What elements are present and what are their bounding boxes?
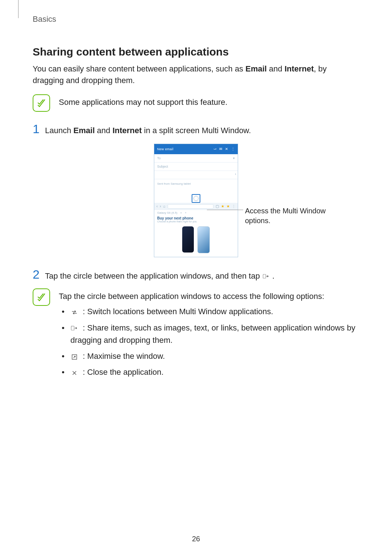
- option-text: : Close the application.: [81, 368, 164, 377]
- figure: New email ⤻ ✉ ✕ ⋮ To ▾ Subject ‹ Sent fr…: [33, 144, 359, 257]
- option-text: : Share items, such as images, text, or …: [70, 323, 355, 345]
- chevron-down-icon: ▾: [233, 156, 235, 160]
- app-email: Email: [73, 126, 95, 135]
- text: and: [95, 126, 113, 135]
- close-icon: ✕: [225, 147, 228, 151]
- email-body: ‹: [154, 171, 238, 179]
- section-heading: Sharing content between applications: [33, 46, 359, 58]
- email-titlebar: New email ⤻ ✉ ✕ ⋮: [154, 144, 238, 154]
- text: .: [272, 271, 274, 280]
- app-internet: Internet: [113, 126, 142, 135]
- note-block: Some applications may not support this f…: [33, 94, 359, 112]
- url-field: [168, 204, 213, 209]
- callout-leader: [207, 210, 243, 210]
- forward-icon: ›: [160, 204, 161, 208]
- new-tab-icon: +: [185, 211, 187, 214]
- callout-text: Access the Multi Window options.: [245, 206, 339, 226]
- info-body: Tap the circle between application windo…: [59, 288, 359, 382]
- intro-paragraph: You can easily share content between app…: [33, 63, 359, 86]
- subject-field: Subject: [154, 163, 238, 171]
- step-text: Tap the circle between the application w…: [45, 268, 359, 282]
- subject-label: Subject: [157, 165, 168, 168]
- product-images: [154, 224, 238, 257]
- multiwindow-divider: [154, 194, 238, 203]
- manual-page: Basics Sharing content between applicati…: [0, 0, 392, 554]
- step-1: 1 Launch Email and Internet in a split s…: [33, 123, 359, 136]
- star-icon: ★: [226, 204, 230, 208]
- tab-label: Galaxy S6 (4.5): [157, 211, 177, 214]
- app-email: Email: [245, 64, 267, 73]
- breadcrumb: Basics: [33, 15, 359, 24]
- text: in a split screen Multi Window.: [142, 126, 251, 135]
- drag-share-icon: [70, 325, 78, 332]
- info-block: Tap the circle between application windo…: [33, 288, 359, 382]
- note-icon: [33, 94, 50, 112]
- star-icon: ★: [221, 204, 224, 208]
- tabs-icon: ▢: [216, 204, 219, 208]
- tab-close-icon: ×: [180, 211, 182, 214]
- text: Launch: [45, 126, 73, 135]
- drag-share-icon: [262, 274, 270, 280]
- email-titlebar-icons: ⤻ ✉ ✕ ⋮: [213, 147, 235, 151]
- close-icon: [70, 370, 78, 376]
- note-text: Some applications may not support this f…: [59, 94, 359, 108]
- split-screen-mock: New email ⤻ ✉ ✕ ⋮ To ▾ Subject ‹ Sent fr…: [154, 144, 238, 257]
- step-text: Launch Email and Internet in a split scr…: [45, 123, 359, 136]
- send-icon: ✉: [219, 147, 222, 151]
- options-list: : Switch locations between Multi Window …: [59, 305, 359, 378]
- option-switch: : Switch locations between Multi Window …: [62, 305, 359, 318]
- email-signature: Sent from Samsung tablet: [154, 179, 238, 194]
- phone-image-dark: [182, 226, 194, 253]
- attach-icon: ⤻: [213, 147, 216, 151]
- option-close: : Close the application.: [62, 366, 359, 378]
- page-headline: Buy your next phone: [154, 216, 238, 220]
- switch-icon: [70, 309, 78, 316]
- option-share: : Share items, such as images, text, or …: [62, 322, 359, 346]
- margin-rule: [18, 0, 19, 18]
- text: You can easily share content between app…: [33, 64, 245, 73]
- multiwindow-handle-highlighted[interactable]: [192, 194, 200, 203]
- svg-rect-1: [71, 326, 74, 330]
- step-number: 1: [33, 123, 45, 135]
- step-number: 2: [33, 268, 45, 280]
- option-maximise: : Maximise the window.: [62, 350, 359, 362]
- info-intro: Tap the circle between application windo…: [59, 291, 359, 302]
- more-icon: ⋮: [231, 147, 235, 151]
- app-internet: Internet: [285, 64, 314, 73]
- browser-toolbar: ‹ › ⌂ ▢ ★ ★ ⋮: [154, 203, 238, 210]
- note-icon: [33, 288, 50, 306]
- step-2: 2 Tap the circle between the application…: [33, 268, 359, 282]
- page-subtext: Choose a phone that's right for you.: [154, 220, 238, 224]
- more-icon: ⋮: [232, 204, 236, 208]
- text: Tap the circle between the application w…: [45, 271, 262, 280]
- page-number: 26: [0, 535, 392, 543]
- email-title: New email: [157, 147, 173, 151]
- to-label: To: [157, 156, 161, 160]
- back-icon: ‹: [156, 204, 158, 208]
- svg-rect-0: [263, 274, 266, 278]
- to-field: To ▾: [154, 154, 238, 163]
- collapse-icon: ‹: [235, 172, 236, 176]
- maximise-icon: [70, 354, 78, 360]
- browser-tab-strip: Galaxy S6 (4.5) × +: [154, 210, 238, 216]
- home-icon: ⌂: [163, 204, 166, 208]
- phone-image-light: [197, 226, 210, 253]
- option-text: : Switch locations between Multi Window …: [81, 307, 273, 316]
- text: and: [267, 64, 285, 73]
- option-text: : Maximise the window.: [81, 352, 165, 361]
